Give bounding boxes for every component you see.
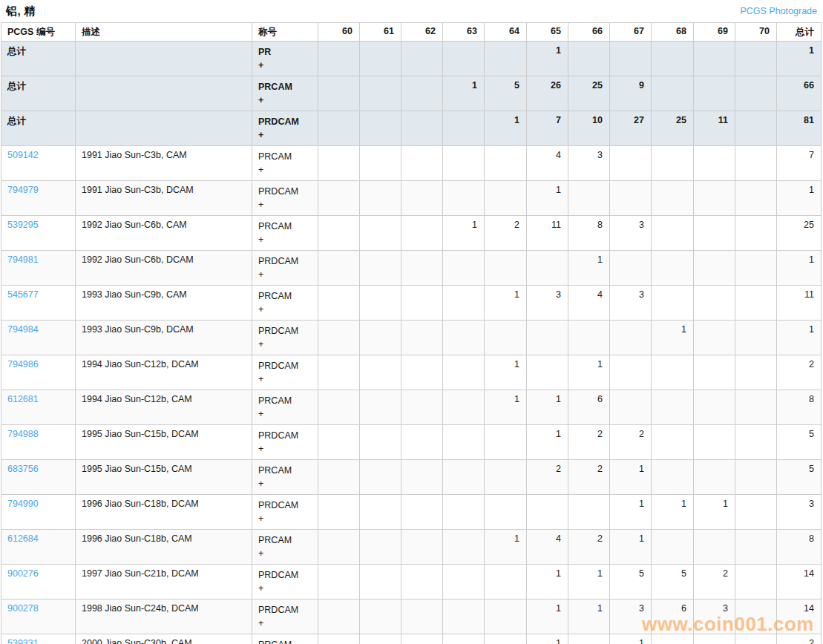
grade-cell-64 [485,425,527,460]
grade-cell-66: 6 [568,390,610,425]
grade-cell-70 [735,286,777,321]
grade-cell-68: 6 [652,599,694,634]
grade-cell-64 [485,321,527,355]
pcgs-number-link[interactable]: 900276 [7,568,39,579]
grade-cell-68 [652,460,694,495]
pcgs-number-cell: 794981 [1,251,76,286]
designation-label: PRDCAM [258,324,312,338]
col-header-grade-61: 61 [360,23,401,42]
grade-cell-69 [694,390,735,425]
designation-label: PRCAM [258,80,312,93]
row-total-cell: 8 [777,530,822,565]
col-header-grade-63: 63 [443,23,485,42]
photograde-link[interactable]: PCGS Photograde [740,6,817,16]
grade-cell-70 [735,111,777,146]
col-header-grade-70: 70 [735,23,777,42]
grade-cell-68 [652,286,694,321]
designation-plus: + [258,198,312,211]
row-total-cell: 2 [777,355,822,390]
topbar: 铝, 精 PCGS Photograde [0,0,823,22]
grade-cell-61 [360,599,401,634]
designation-plus: + [258,303,312,316]
pcgs-number-link[interactable]: 900278 [7,603,39,614]
grade-cell-70 [735,530,777,565]
designation-plus: + [258,407,312,421]
grade-cell-67 [610,146,652,181]
pcgs-number-cell: 539331 [1,634,76,644]
grade-cell-65 [527,495,568,530]
pcgs-number-link[interactable]: 794990 [7,499,39,509]
table-row: 7949901996 Jiao Sun-C18b, DCAMPRDCAM+111… [1,495,822,530]
description-cell [76,42,252,76]
grade-cell-63 [443,495,485,530]
grade-cell-65: 1 [527,390,568,425]
grade-cell-67: 3 [610,599,652,634]
row-total-cell: 8 [777,390,822,425]
grade-cell-60 [318,565,360,599]
pcgs-number-link[interactable]: 545677 [7,289,39,300]
designation-label: PRDCAM [258,254,312,268]
grade-cell-62 [401,181,443,216]
table-body: 总计PR+11总计PRCAM+152625966总计PRDCAM+1710272… [1,42,822,644]
table-row: 7949841993 Jiao Sun-C9b, DCAMPRDCAM+11 [1,321,822,355]
total-row: 总计PRCAM+152625966 [1,76,822,111]
pcgs-number-link[interactable]: 539331 [7,638,39,644]
pcgs-number-link[interactable]: 509142 [7,150,39,160]
grade-cell-67: 1 [610,495,652,530]
pcgs-number-link[interactable]: 683756 [7,464,39,474]
designation-label: PRCAM [258,464,312,477]
grade-cell-64 [485,251,527,286]
pcgs-number-link[interactable]: 794988 [7,429,39,439]
grade-cell-68 [652,390,694,425]
description-cell: 1996 Jiao Sun-C18b, CAM [76,530,252,565]
grade-cell-68 [652,146,694,181]
pcgs-number-link[interactable]: 539295 [7,220,39,230]
col-header-grade-60: 60 [318,23,360,42]
row-total-cell: 11 [777,286,822,321]
pcgs-number-link[interactable]: 612681 [7,394,39,404]
designation-cell: PRDCAM+ [252,565,318,599]
designation-plus: + [258,93,312,107]
col-header-grade-69: 69 [694,23,735,42]
grade-cell-63 [443,530,485,565]
designation-plus: + [258,233,312,246]
col-header-total: 总计 [777,23,822,42]
grade-cell-69: 2 [694,565,735,599]
grade-cell-66: 2 [568,425,610,460]
grade-cell-61 [360,495,401,530]
grade-cell-69: 3 [694,599,735,634]
grade-cell-62 [401,286,443,321]
grade-cell-70 [735,355,777,390]
grade-cell-64: 1 [485,530,527,565]
grade-cell-61 [360,111,401,146]
grade-cell-70 [735,42,777,76]
pcgs-number-link[interactable]: 612684 [7,533,39,544]
grade-cell-64 [485,565,527,599]
grade-cell-67: 1 [610,460,652,495]
grade-cell-63 [443,425,485,460]
pcgs-number-link[interactable]: 794979 [7,185,39,195]
designation-cell: PRCAM+ [252,76,318,111]
pcgs-number-cell: 509142 [1,146,76,181]
grade-cell-66: 25 [568,76,610,111]
col-header-pcgs-number: PCGS 编号 [1,23,76,42]
designation-plus: + [258,512,312,525]
grade-cell-69 [694,425,735,460]
grade-cell-64 [485,599,527,634]
grade-cell-61 [360,390,401,425]
grade-cell-70 [735,251,777,286]
pcgs-number-link[interactable]: 794981 [7,254,39,265]
grade-cell-70 [735,216,777,251]
grade-cell-62 [401,460,443,495]
row-total-cell: 81 [777,111,822,146]
grade-cell-61 [360,216,401,251]
grade-cell-64: 1 [485,390,527,425]
row-total-cell: 14 [777,599,822,634]
pcgs-number-link[interactable]: 794986 [7,359,39,369]
designation-cell: PRDCAM+ [252,111,318,146]
grade-cell-62 [401,599,443,634]
grade-cell-70 [735,76,777,111]
designation-plus: + [258,163,312,177]
pcgs-number-link[interactable]: 794984 [7,324,39,335]
grade-cell-69 [694,76,735,111]
